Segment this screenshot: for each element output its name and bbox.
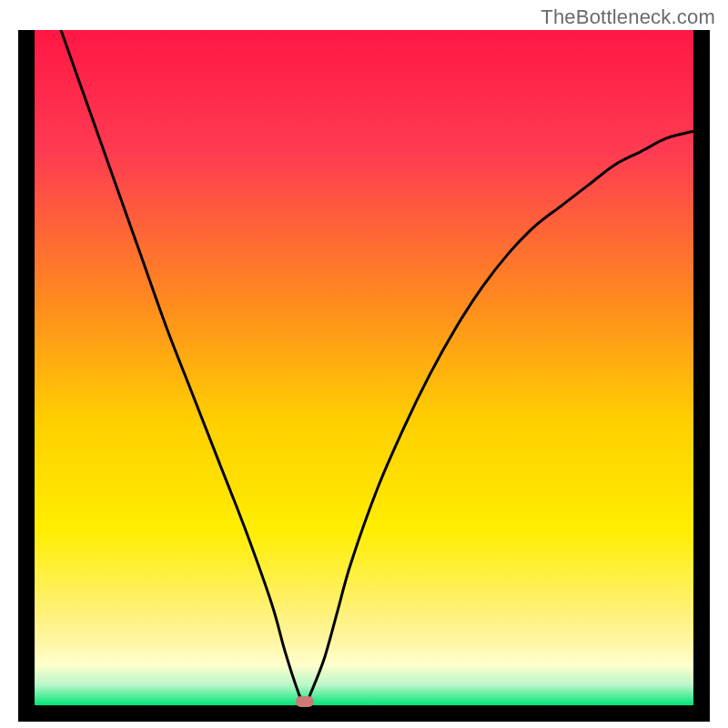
optimal-point-marker <box>296 696 314 707</box>
watermark-text: TheBottleneck.com <box>541 5 715 29</box>
gradient-area <box>35 30 693 705</box>
chart-container: TheBottleneck.com <box>0 0 728 728</box>
plot-frame <box>18 30 710 722</box>
plot-svg <box>18 30 710 722</box>
